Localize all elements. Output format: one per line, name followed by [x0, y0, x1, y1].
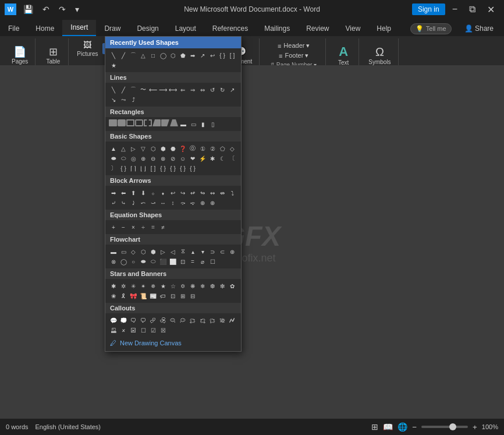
shape-item[interactable]: = [188, 257, 197, 266]
shape-item[interactable]: ⬠ [218, 144, 227, 153]
shape-item[interactable]: 🗨 [129, 316, 138, 325]
shape-item[interactable]: ▴ [188, 247, 197, 256]
shape-item[interactable]: 💬 [109, 316, 118, 325]
shape-item[interactable] [152, 119, 161, 126]
maximize-button[interactable]: ⧉ [464, 3, 480, 16]
shape-item[interactable]: ⇔ [198, 85, 207, 94]
header-dropdown[interactable]: ≡ Header ▾ [275, 41, 313, 51]
shape-item[interactable]: ☆ [168, 281, 178, 291]
shape-item[interactable]: ❀ [109, 291, 118, 300]
shape-item[interactable]: ◇ [228, 144, 237, 153]
shape-item[interactable]: ≠ [158, 222, 168, 232]
shape-item[interactable]: ⌒ [129, 85, 138, 94]
shape-item[interactable]: ✱ [109, 281, 118, 291]
shape-item[interactable]: △ [119, 144, 128, 153]
shape-item[interactable]: ⓪ [188, 144, 197, 153]
shape-item[interactable]: ✿ [228, 281, 237, 291]
table-button[interactable]: ⊞ Table [41, 44, 65, 67]
sign-in-button[interactable]: Sign in [412, 3, 445, 15]
shape-item[interactable]: ⌒ [129, 51, 138, 60]
shape-item[interactable]: ÷ [139, 222, 148, 232]
shape-item[interactable]: ⤳ [119, 95, 128, 104]
shape-item[interactable]: ↮ [218, 188, 227, 197]
shape-item[interactable]: ⬭ [148, 257, 158, 266]
shape-item[interactable]: ⬧ [158, 188, 168, 197]
tab-insert[interactable]: Insert [62, 20, 96, 36]
shape-item[interactable]: + [109, 222, 118, 232]
shape-item[interactable]: ⊞ [178, 291, 187, 300]
shape-item[interactable]: ⌈ ⌉ [129, 164, 138, 173]
shape-item[interactable]: 〜 [139, 85, 148, 94]
shape-item[interactable]: ⟶ [158, 85, 168, 94]
shape-item[interactable]: 🗳 [109, 326, 118, 335]
shape-item[interactable]: 🗮 [188, 316, 197, 325]
shape-item[interactable]: ⬡ [168, 51, 178, 60]
shape-item[interactable]: 🗵 [129, 326, 138, 335]
tab-layout[interactable]: Layout [167, 21, 204, 36]
shape-item[interactable]: 🗭 [178, 316, 187, 325]
shape-item[interactable]: ⬦ [148, 188, 158, 197]
shape-item[interactable]: ⊗ [109, 257, 118, 266]
shape-item[interactable]: ↻ [218, 85, 227, 94]
share-button[interactable]: 👤 Share [456, 21, 502, 36]
shape-item[interactable]: ⬆ [129, 188, 138, 197]
shape-item[interactable]: ⤼ [178, 198, 187, 207]
shape-item[interactable] [144, 119, 152, 126]
shape-item[interactable]: ⊡ [168, 291, 178, 300]
shape-item[interactable]: ▬ [109, 247, 118, 256]
shape-item[interactable]: ⇒ [188, 85, 197, 94]
shape-item[interactable]: ☐ [139, 326, 148, 335]
shape-item[interactable]: 🗰 [208, 316, 217, 325]
shape-item[interactable]: ★ [109, 61, 118, 70]
shape-item[interactable]: ◇ [129, 247, 138, 256]
shape-item[interactable]: ☾ [218, 154, 227, 163]
undo-button[interactable]: ↶ [39, 3, 53, 15]
shape-item[interactable]: ↔ [158, 198, 168, 207]
shape-item[interactable]: □ [148, 51, 158, 60]
zoom-in-button[interactable]: + [473, 423, 477, 432]
tab-review[interactable]: Review [298, 21, 337, 36]
shape-item[interactable]: ⤺ [139, 198, 148, 207]
shape-item[interactable]: ↩ [208, 51, 217, 60]
shape-item[interactable]: ▷ [158, 247, 168, 256]
shape-item[interactable]: △ [139, 51, 148, 60]
shape-item[interactable]: 🎗 [119, 291, 128, 300]
shape-item[interactable]: ⬜ [168, 257, 178, 266]
shape-item[interactable]: ◁ [168, 247, 178, 256]
shape-item[interactable]: 🗱 [218, 316, 227, 325]
new-drawing-canvas-link[interactable]: 🖊 New Drawing Canvas [105, 337, 241, 349]
document-area[interactable]: GFX Ceofix.net [0, 65, 504, 419]
shape-item[interactable]: [ ] [228, 51, 237, 60]
shape-item[interactable]: ⬅ [119, 188, 128, 197]
tab-mailings[interactable]: Mailings [256, 21, 298, 36]
shape-item[interactable]: ⌊ ⌋ [139, 164, 148, 173]
tab-file[interactable]: File [0, 21, 27, 36]
shape-item[interactable]: ↺ [208, 85, 217, 94]
shape-item[interactable]: ⊘ [168, 154, 178, 163]
shape-item[interactable]: ⊗ [158, 154, 168, 163]
shape-item[interactable]: ⬢ [148, 247, 158, 256]
shape-item[interactable]: { } [178, 164, 187, 173]
shape-item[interactable]: = [148, 222, 158, 232]
shape-item[interactable]: ❆ [208, 281, 217, 291]
shape-item[interactable]: ⟷ [168, 85, 178, 94]
shape-item[interactable]: ❓ [178, 144, 187, 153]
shape-item[interactable]: ▬ [179, 119, 188, 129]
shape-item[interactable]: ⤵ [228, 188, 237, 197]
shape-item[interactable]: ⚡ [198, 154, 207, 163]
shape-item[interactable] [109, 119, 117, 126]
shape-item[interactable]: 🗲 [228, 316, 237, 325]
shape-item[interactable]: ⬭ [119, 154, 128, 163]
shape-item[interactable]: ☑ [148, 326, 158, 335]
shape-item[interactable]: 〔 [228, 154, 237, 163]
shape-item[interactable]: ▭ [189, 119, 198, 129]
shape-item[interactable]: ↬ [198, 188, 207, 197]
shape-item[interactable]: ↗ [228, 85, 237, 94]
shape-item[interactable]: 🗯 [198, 316, 207, 325]
shape-item[interactable]: ↘ [109, 95, 118, 104]
shape-item[interactable]: ⟵ [148, 85, 158, 94]
shape-item[interactable]: ⧖ [178, 247, 187, 256]
footer-dropdown[interactable]: ≡ Footer ▾ [276, 51, 311, 61]
tab-home[interactable]: Home [27, 21, 62, 36]
shape-item[interactable]: − [119, 222, 128, 232]
